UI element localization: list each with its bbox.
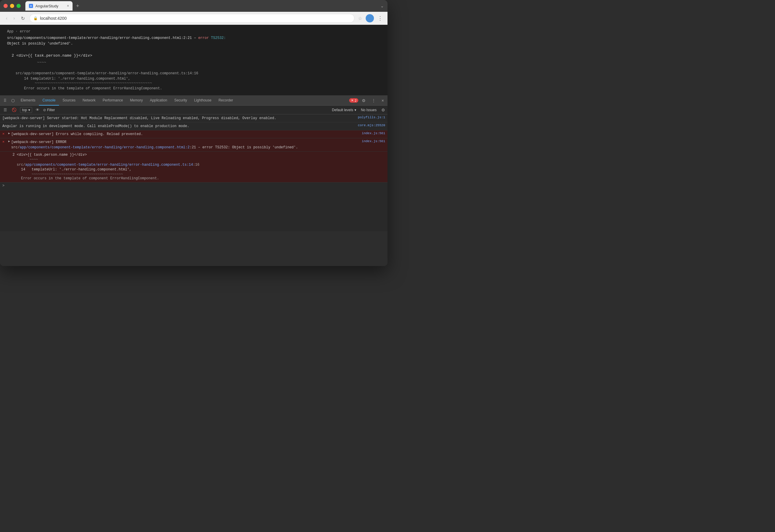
browser-content: App · error src/app/components/component… — [0, 25, 388, 231]
tab-dropdown-button[interactable]: ⌄ — [380, 4, 384, 8]
console-content[interactable]: [webpack-dev-server] Server started: Hot… — [0, 114, 388, 231]
tab-application[interactable]: Application — [146, 95, 171, 106]
console-text-compile-error: [webpack-dev-server] Errors while compil… — [11, 131, 362, 137]
console-text-error-header: [webpack-dev-server] ERROR src/app/compo… — [11, 139, 362, 150]
tab-recorder[interactable]: Recorder — [215, 95, 236, 106]
console-row-compile-error: ✕ ▶ [webpack-dev-server] Errors while co… — [0, 130, 388, 138]
console-clear-button[interactable]: 🚫 — [11, 107, 18, 113]
tab-angularstudy[interactable]: A AngularStudy × — [25, 1, 73, 11]
tab-close-button[interactable]: × — [67, 4, 69, 8]
error-squiggle: ~~~~ — [7, 60, 380, 65]
error-x-icon: ✕ — [351, 98, 353, 102]
more-options-button[interactable]: ⋮ — [377, 15, 383, 22]
address-bar: ‹ › ↻ 🔒 localhost:4200 ☆ ⋮ — [0, 12, 388, 25]
error-path-line: src/app/components/component-template/er… — [7, 35, 380, 41]
filter-label: Filter — [47, 108, 55, 112]
close-window-button[interactable] — [4, 4, 8, 8]
error-message: Object is possibly 'undefined'. — [7, 41, 380, 47]
console-error-icon-1: ✕ — [2, 131, 7, 136]
console-template-error: Error occurs in the template of componen… — [8, 176, 385, 180]
console-source-index-2[interactable]: index.js:561 — [362, 139, 385, 143]
console-settings-button[interactable]: ⚙ — [381, 108, 385, 112]
devtools-toggle-button[interactable]: ⠿ — [1, 95, 9, 106]
console-eye-button[interactable]: 👁 — [34, 107, 41, 113]
console-squiggle-1: ~~~~ — [8, 157, 385, 162]
prompt-gt-symbol: > — [2, 184, 4, 188]
filter-icon: ⊘ — [43, 108, 46, 112]
error-count-badge: ✕ 2 — [349, 98, 358, 103]
error-ts-code: TS2532: — [211, 36, 226, 40]
console-text-angular-dev: Angular is running in development mode. … — [2, 123, 358, 129]
devtools-more-button[interactable]: ⋮ — [369, 95, 378, 106]
tab-sources[interactable]: Sources — [59, 95, 79, 106]
refresh-button[interactable]: ↻ — [20, 14, 26, 22]
tab-bar: A AngularStudy × + ⌄ — [25, 1, 384, 11]
tab-console[interactable]: Console — [39, 95, 59, 106]
console-row-angular-dev: Angular is running in development mode. … — [0, 122, 388, 130]
devtools-close-button[interactable]: × — [379, 95, 386, 106]
console-source-polyfills[interactable]: polyfills.js:1 — [358, 116, 385, 119]
console-ref-path: src/app/components/component-template/er… — [8, 163, 385, 167]
error-count: 2 — [355, 99, 356, 102]
log-levels-arrow: ▾ — [354, 108, 356, 112]
console-prompt[interactable]: > — [0, 182, 388, 189]
console-error-icon-2: ✕ — [2, 139, 7, 144]
tab-security[interactable]: Security — [171, 95, 190, 106]
forward-button[interactable]: › — [12, 14, 16, 22]
console-ref-line: 14 templateUrl: './error-handling.compon… — [8, 167, 385, 172]
no-issues-badge: No Issues — [358, 107, 379, 113]
devtools-tabs: ⠿ ⬡ Elements Console Sources Network Per… — [0, 95, 388, 106]
error-app-label: App · error — [7, 29, 380, 34]
error-keyword: error — [198, 36, 209, 40]
url-text: localhost:4200 — [40, 16, 67, 21]
tab-memory[interactable]: Memory — [126, 95, 146, 106]
context-dropdown-arrow: ▾ — [28, 108, 30, 112]
browser-window: A AngularStudy × + ⌄ ‹ › ↻ 🔒 localhost:4… — [0, 0, 388, 231]
tab-title: AngularStudy — [35, 4, 58, 8]
tab-elements[interactable]: Elements — [17, 95, 39, 106]
console-text-webpack-server: [webpack-dev-server] Server started: Hot… — [2, 116, 358, 121]
tab-lighthouse[interactable]: Lighthouse — [190, 95, 215, 106]
traffic-lights — [4, 4, 21, 8]
console-error-detail-body: 2 <div>{{ task.person.name }}</div> ~~~~… — [0, 151, 388, 182]
tab-performance[interactable]: Performance — [99, 95, 126, 106]
console-row-error-detail-header: ✕ ▶ [webpack-dev-server] ERROR src/app/c… — [0, 138, 388, 151]
tab-network[interactable]: Network — [79, 95, 99, 106]
error-overlay: App · error src/app/components/component… — [0, 25, 388, 95]
devtools-panel: ⠿ ⬡ Elements Console Sources Network Per… — [0, 95, 388, 231]
error-code-snippet: 2 <div>{{ task.person.name }}</div> — [7, 53, 380, 58]
profile-button[interactable] — [366, 14, 374, 22]
error-ref-line: 14 templateUrl: './error-handling.compon… — [7, 77, 380, 81]
url-bar[interactable]: 🔒 localhost:4200 — [29, 14, 354, 23]
lock-icon: 🔒 — [33, 16, 38, 20]
filter-button[interactable]: ⊘ Filter — [43, 108, 55, 112]
error-ref-squiggle: ~~~~~~~~~~~~~~~~~~~~~~~~~~~~~~~~~~~~~~~~… — [7, 81, 380, 85]
bookmark-button[interactable]: ☆ — [358, 16, 362, 21]
error-template-message: Error occurs in the template of componen… — [7, 86, 380, 90]
error-filepath: src/app/components/component-template/er… — [7, 36, 192, 40]
devtools-right-controls: ✕ 2 ⚙ ⋮ × — [349, 95, 386, 106]
new-tab-button[interactable]: + — [74, 3, 82, 9]
console-source-index-1[interactable]: index.js:561 — [362, 131, 385, 135]
tab-favicon: A — [29, 4, 33, 8]
devtools-inspect-button[interactable]: ⬡ — [9, 95, 17, 106]
error-ref-path: src/app/components/component-template/er… — [7, 71, 380, 75]
console-source-core[interactable]: core.mjs:25520 — [358, 123, 385, 127]
console-link-ts[interactable]: app/components/component-template/error-… — [25, 163, 193, 167]
minimize-window-button[interactable] — [10, 4, 14, 8]
context-label: top — [22, 108, 27, 112]
context-selector[interactable]: top ▾ — [20, 107, 32, 113]
devtools-settings-button[interactable]: ⚙ — [359, 95, 368, 106]
back-button[interactable]: ‹ — [5, 14, 9, 22]
console-expand-arrow-1[interactable]: ▶ — [8, 131, 10, 135]
browser-titlebar: A AngularStudy × + ⌄ — [0, 0, 388, 12]
console-squiggle-2: ~~~~~~~~~~~~~~~~~~~~~~~~~~~~~~~~~~~~~~~~… — [8, 172, 385, 176]
console-expand-arrow-2[interactable]: ▶ — [8, 139, 10, 143]
console-code-snippet: 2 <div>{{ task.person.name }}</div> — [8, 153, 385, 157]
maximize-window-button[interactable] — [17, 4, 21, 8]
console-toolbar: ☰ 🚫 top ▾ 👁 ⊘ Filter Default levels ▾ No… — [0, 106, 388, 114]
console-link-html[interactable]: app/components/component-template/error-… — [20, 145, 190, 149]
console-sidebar-button[interactable]: ☰ — [2, 107, 8, 113]
error-dash: – — [194, 36, 196, 40]
log-levels-selector[interactable]: Default levels ▾ — [332, 108, 356, 112]
